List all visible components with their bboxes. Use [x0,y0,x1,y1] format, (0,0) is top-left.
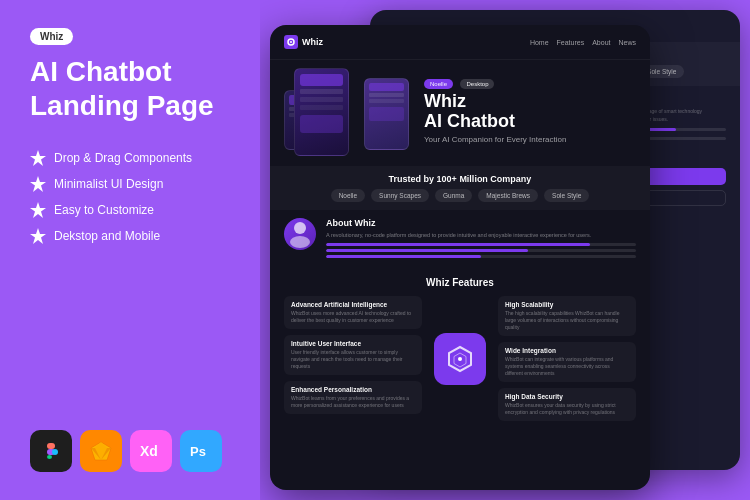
feature-1-title: Advanced Artificial Intelligence [291,301,415,308]
phone-mockups [284,68,414,158]
badge-text: Whiz [40,31,63,42]
customize-icon [30,202,46,218]
phone-side [364,78,409,150]
feature-item-2: Minimalist UI Design [30,176,250,192]
feature-1-text: WhizBot uses more advanced AI technology… [291,310,415,324]
logo-sole-front: Sole Style [544,189,589,202]
feature-4-title: High Scalability [505,301,629,308]
logo-sunny-front: Sunny Scapes [371,189,429,202]
ps-icon: Ps [180,430,222,472]
nav-news[interactable]: News [618,39,636,46]
feature-5-text: WhizBot can integrate with various platf… [505,356,629,377]
svg-point-16 [294,222,306,234]
svg-point-15 [290,41,292,43]
features-grid: Advanced Artificial Intelligence WhizBot… [284,296,636,421]
svg-rect-6 [47,455,52,459]
nav-links: Home Features About News [530,39,636,46]
trusted-title: Trusted by 100+ Million Company [284,174,636,184]
svg-text:Ps: Ps [190,444,206,459]
about-content: About Whiz A revolutionary, no-code plat… [326,218,636,261]
features-right-col: High Scalability The high scalability ca… [498,296,636,421]
feature-item-3: Easy to Customize [30,202,250,218]
card-front: Whiz Home Features About News [270,25,650,490]
features-center-icon [430,296,490,421]
logo-text: Whiz [302,37,323,47]
feature-6-text: WhizBot ensures your data security by us… [505,402,629,416]
main-title: AI ChatbotLanding Page [30,55,250,122]
card-nav: Whiz Home Features About News [270,25,650,60]
feature-card-2: Intuitive User Interface User friendly i… [284,335,422,375]
figma-icon [30,430,72,472]
logo-gunma-front: Gunma [435,189,472,202]
feature-card-4: High Scalability The high scalability ca… [498,296,636,336]
nav-features[interactable]: Features [557,39,585,46]
features-list: Drop & Drag Components Minimalist UI Des… [30,150,250,244]
whiz-badge: Whiz [30,28,73,45]
svg-point-17 [290,236,310,248]
feature-2-text: User friendly interface allows customer … [291,349,415,370]
card-logo: Whiz [284,35,323,49]
sketch-icon [80,430,122,472]
svg-point-18 [458,357,462,361]
feature-card-6: High Data Security WhizBot ensures your … [498,388,636,421]
svg-marker-1 [30,176,46,192]
tool-icons: Xd Ps [30,430,250,472]
nav-home[interactable]: Home [530,39,549,46]
desktop-icon [30,228,46,244]
trusted-section: Trusted by 100+ Million Company Noelle S… [270,166,650,210]
features-left-col: Advanced Artificial Intelligence WhizBot… [284,296,422,421]
feature-item-4: Dekstop and Mobile [30,228,250,244]
left-panel: Whiz AI ChatbotLanding Page Drop & Drag … [0,0,280,500]
about-avatar [284,218,316,250]
hexagon-icon [434,333,486,385]
svg-point-7 [52,449,58,455]
logo-icon [284,35,298,49]
logo-noelle-front: Noelle [331,189,365,202]
about-bar-1 [326,243,636,246]
about-whiz-text: A revolutionary, no-code platform design… [326,231,636,239]
features-section: Whiz Features Advanced Artificial Intell… [270,269,650,429]
about-whiz-col: About Whiz A revolutionary, no-code plat… [326,218,636,261]
xd-icon: Xd [130,430,172,472]
svg-rect-4 [47,443,55,449]
svg-marker-2 [30,202,46,218]
about-section: About Whiz A revolutionary, no-code plat… [270,210,650,269]
card-hero: Noelle Desktop WhizAI Chatbot Your AI Co… [270,60,650,166]
feature-item-1: Drop & Drag Components [30,150,250,166]
logo-majestic-front: Majestic Brews [478,189,538,202]
feature-6-title: High Data Security [505,393,629,400]
svg-marker-3 [30,228,46,244]
about-bar-2 [326,249,636,252]
ui-icon [30,176,46,192]
svg-marker-0 [30,150,46,166]
feature-card-3: Enhanced Personalization WhizBot learns … [284,381,422,414]
right-panel: Trusted by 100+ Million Company Noelle S… [260,0,750,500]
about-bar-3 [326,255,636,258]
phone-main [294,68,349,156]
svg-text:Xd: Xd [140,443,158,459]
hero-text: Noelle Desktop WhizAI Chatbot Your AI Co… [424,68,566,158]
feature-4-text: The high scalability capabilities WhizBo… [505,310,629,331]
trusted-logos: Noelle Sunny Scapes Gunma Majestic Brews… [284,189,636,202]
nav-about[interactable]: About [592,39,610,46]
feature-3-text: WhizBot learns from your preferences and… [291,395,415,409]
feature-3-title: Enhanced Personalization [291,386,415,393]
feature-5-title: Wide Integration [505,347,629,354]
feature-card-1: Advanced Artificial Intelligence WhizBot… [284,296,422,329]
features-section-title: Whiz Features [284,277,636,288]
about-whiz-title: About Whiz [326,218,636,228]
hero-subtitle: Your AI Companion for Every Interaction [424,135,566,144]
noelle-badge: Noelle [424,79,453,89]
feature-card-5: Wide Integration WhizBot can integrate w… [498,342,636,382]
desktop-badge: Desktop [460,79,494,89]
hero-title: WhizAI Chatbot [424,92,566,132]
feature-2-title: Intuitive User Interface [291,340,415,347]
drag-icon [30,150,46,166]
